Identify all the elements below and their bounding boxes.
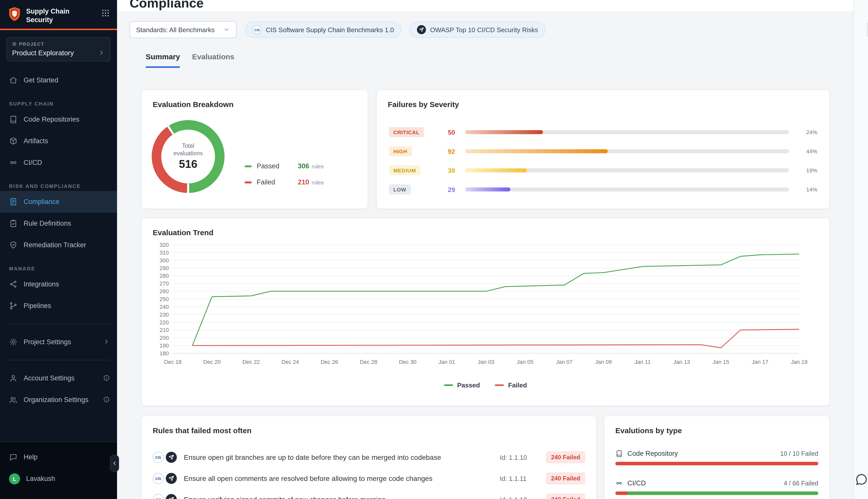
sidebar-item-integrations[interactable]: Integrations <box>0 273 117 295</box>
chip-label: CIS Software Supply Chain Benchmarks 1.0 <box>266 26 394 34</box>
cis-logo-icon: CIS <box>153 494 164 499</box>
card-title: Evaluation Trend <box>142 218 829 237</box>
share-nodes-icon <box>9 280 17 289</box>
sidebar-item-cicd[interactable]: CI/CD <box>0 152 117 173</box>
project-name: Product Exploratory <box>12 49 74 57</box>
type-status: 4 / 66 Failed <box>784 480 818 487</box>
sidebar-collapse-handle[interactable] <box>110 455 119 472</box>
sidebar-item-pipelines[interactable]: Pipelines <box>0 295 117 317</box>
passed-dash-icon <box>245 165 252 167</box>
passed-value: 306 <box>298 162 309 170</box>
type-bar <box>615 491 818 495</box>
severity-bar-fill <box>465 187 511 192</box>
cis-logo-icon: CIS <box>153 473 164 484</box>
divider <box>7 360 110 360</box>
cis-logo-icon: CIS <box>253 25 262 34</box>
failed-rule-row[interactable]: CIS Ensure verifying signed commits of n… <box>153 489 585 499</box>
legend-item-failed: Failed <box>495 381 527 389</box>
x-tick-label: Jan 05 <box>517 359 533 365</box>
sidebar-item-label: Pipelines <box>24 302 110 309</box>
section-label-risk-compliance: RISK AND COMPLIANCE <box>0 173 117 191</box>
sidebar-item-remediation-tracker[interactable]: Remediation Tracker <box>0 234 117 256</box>
cis-logo-icon: CIS <box>153 452 164 463</box>
y-tick-label: 220 <box>160 319 169 326</box>
x-tick-label: Dec 22 <box>243 359 260 365</box>
type-row-cicd: CI/CD 4 / 66 Failed <box>615 479 818 495</box>
date-range-dropdown[interactable]: Last 30 Days <box>867 22 868 38</box>
user-menu[interactable]: L Lavakush <box>0 468 117 489</box>
severity-list: CRITICAL 50 24% HIGH 92 44% MEDIUM 39 <box>377 123 829 199</box>
y-tick-label: 270 <box>160 280 169 287</box>
x-tick-label: Dec 28 <box>360 359 377 365</box>
project-selector[interactable]: PROJECT Product Exploratory <box>7 37 111 61</box>
x-tick-label: Jan 01 <box>438 359 455 365</box>
chat-widget-button[interactable] <box>854 473 868 486</box>
y-tick-label: 280 <box>160 272 169 279</box>
tab-summary[interactable]: Summary <box>146 52 180 68</box>
severity-bar-fill <box>465 149 608 153</box>
type-bar <box>615 462 818 465</box>
failed-count-badge: 240 Failed <box>546 494 585 499</box>
sidebar-item-rule-definitions[interactable]: Rule Definitions <box>0 212 117 234</box>
y-tick-label: 190 <box>160 342 169 349</box>
severity-count: 29 <box>437 186 455 193</box>
sidebar-item-label: Organization Settings <box>24 396 97 403</box>
legend-label: Failed <box>508 381 527 389</box>
page-header-band <box>117 0 854 11</box>
sidebar-item-label: CI/CD <box>24 159 110 166</box>
severity-bar <box>465 168 789 172</box>
donut-center-label: Total evaluations 516 <box>152 120 224 193</box>
sidebar-item-organization-settings[interactable]: Organization Settings <box>0 389 117 411</box>
failed-count-badge: 240 Failed <box>546 472 585 484</box>
failed-rule-row[interactable]: CIS Ensure all open comments are resolve… <box>153 468 585 489</box>
help-button[interactable]: Help <box>0 446 117 468</box>
avatar: L <box>9 473 20 484</box>
rule-id: Id: 1.1.11 <box>500 475 546 482</box>
chevron-right-icon <box>103 339 110 345</box>
info-icon[interactable] <box>103 375 110 382</box>
main-content: Compliance Standards: All Benchmarks CIS… <box>117 0 868 499</box>
sidebar-item-get-started[interactable]: Get Started <box>0 69 117 91</box>
failed-rules-list: CIS Ensure open git branches are up to d… <box>142 447 596 499</box>
sidebar-item-artifacts[interactable]: Artifacts <box>0 130 117 152</box>
chat-bubble-icon <box>854 473 868 486</box>
type-status: 10 / 10 Failed <box>780 450 819 457</box>
help-label: Help <box>24 453 110 461</box>
bar-segment <box>615 462 818 465</box>
owasp-logo-icon <box>417 25 426 34</box>
sidebar-item-compliance[interactable]: Compliance <box>0 191 117 212</box>
tab-evaluations[interactable]: Evaluations <box>192 52 234 68</box>
apps-grid-icon[interactable] <box>101 9 110 17</box>
severity-row-critical: CRITICAL 50 24% <box>377 123 829 142</box>
type-row-code-repository: Code Repository 10 / 10 Failed <box>615 450 818 465</box>
y-tick-label: 250 <box>160 296 169 302</box>
info-icon[interactable] <box>103 396 110 403</box>
evaluation-breakdown-card: Evaluation Breakdown Total evaluations 5… <box>141 89 368 209</box>
app-title: Supply Chain Security <box>26 7 96 25</box>
sidebar-item-project-settings[interactable]: Project Settings <box>0 331 117 353</box>
x-tick-label: Jan 19 <box>791 359 807 365</box>
home-icon <box>9 76 17 84</box>
rule-id: Id: 1.1.10 <box>500 453 546 461</box>
section-label-supply-chain: SUPPLY CHAIN <box>0 91 117 109</box>
failed-rule-row[interactable]: CIS Ensure open git branches are up to d… <box>153 447 585 468</box>
benchmark-chip-cis[interactable]: CIS CIS Software Supply Chain Benchmarks… <box>245 22 401 38</box>
scrollbar-gutter[interactable] <box>853 0 868 499</box>
sidebar-item-label: Project Settings <box>24 338 97 346</box>
section-label-manage: MANAGE <box>0 256 117 273</box>
legend-item-passed: Passed <box>444 381 480 389</box>
rule-text: Ensure all open comments are resolved be… <box>184 474 500 483</box>
rule-id: Id: 1.1.12 <box>500 496 546 499</box>
sidebar-item-account-settings[interactable]: Account Settings <box>0 367 117 389</box>
severity-bar <box>465 149 789 153</box>
benchmark-chip-owasp[interactable]: OWASP Top 10 CI/CD Security Risks <box>409 22 546 38</box>
sidebar-item-code-repositories[interactable]: Code Repositories <box>0 109 117 130</box>
card-title: Evaluation Breakdown <box>142 90 368 109</box>
standards-filter-dropdown[interactable]: Standards: All Benchmarks <box>129 21 237 38</box>
evaluations-by-type-card: Evalutions by type Code Repository 10 / … <box>604 416 830 499</box>
severity-percent: 44% <box>799 148 817 154</box>
x-tick-label: Jan 17 <box>752 359 768 365</box>
evaluation-trend-chart: 1801902002102202302402502602702802903003… <box>153 242 819 381</box>
trend-legend: Passed Failed <box>142 381 829 389</box>
package-icon <box>9 137 17 145</box>
